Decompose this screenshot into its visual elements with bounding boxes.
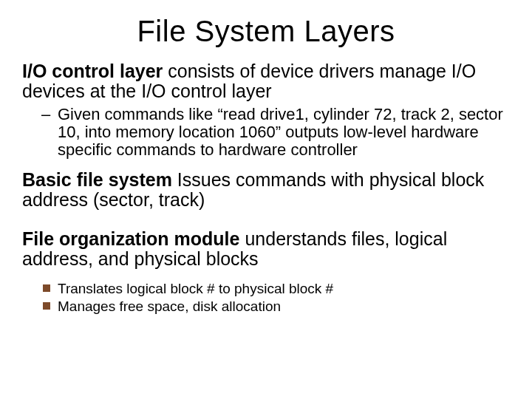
sub1-text: Given commands like “read drive1, cylind… bbox=[58, 105, 503, 159]
slide-title: File System Layers bbox=[22, 15, 510, 48]
bullet2-text: Manages free space, disk allocation bbox=[58, 299, 281, 314]
spacer bbox=[22, 273, 510, 281]
bullet1-text: Translates logical block # to physical b… bbox=[58, 281, 333, 296]
paragraph-io-control: I/O control layer consists of device dri… bbox=[22, 61, 510, 101]
paragraph-basic-fs: Basic file system Issues commands with p… bbox=[22, 170, 510, 210]
square-bullet-icon bbox=[43, 302, 50, 310]
term-io-control: I/O control layer bbox=[22, 61, 163, 81]
spacer bbox=[22, 214, 510, 229]
term-basic-fs: Basic file system bbox=[22, 169, 172, 190]
dash-icon: – bbox=[41, 106, 50, 123]
term-file-org: File organization module bbox=[22, 228, 239, 249]
square-bullet-icon bbox=[43, 284, 50, 292]
paragraph-file-org: File organization module understands fil… bbox=[22, 229, 510, 269]
bullet-manages: Manages free space, disk allocation bbox=[22, 299, 510, 316]
sub-bullet-commands: – Given commands like “read drive1, cyli… bbox=[22, 106, 510, 160]
bullet-translates: Translates logical block # to physical b… bbox=[22, 281, 510, 298]
